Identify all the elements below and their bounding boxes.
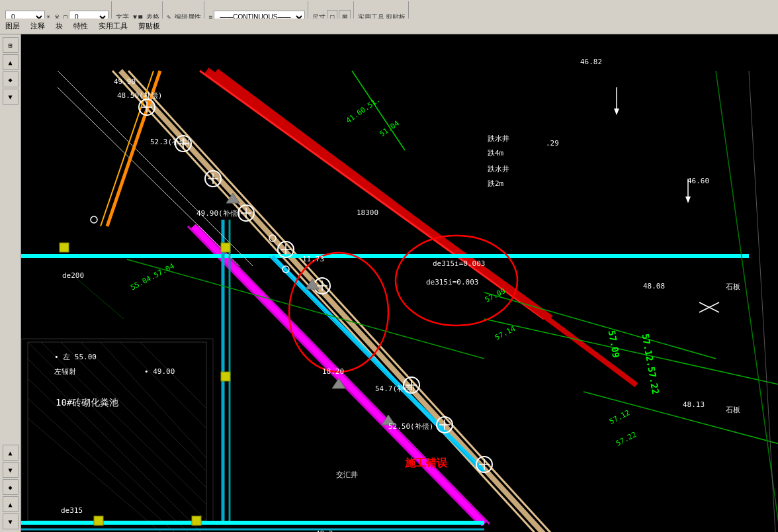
svg-line-9 — [81, 342, 206, 471]
cad-drawing — [21, 34, 778, 532]
svg-line-12 — [140, 342, 206, 408]
svg-line-6 — [28, 418, 167, 532]
svg-line-87 — [77, 279, 124, 319]
svg-rect-41 — [221, 372, 230, 381]
svg-line-13 — [120, 71, 544, 532]
subtoolbar-annotation[interactable]: 注释 — [28, 21, 48, 31]
left-panel: ⊞ ▲ ◆ ▼ ▲ ▼ ◆ ▲ ▼ — [0, 34, 21, 532]
svg-line-14 — [128, 71, 552, 532]
subtoolbar-block[interactable]: 块 — [53, 21, 65, 31]
left-btn-up[interactable]: ▲ — [3, 54, 19, 70]
svg-line-4 — [28, 378, 193, 532]
subtoolbar-layer[interactable]: 图层 — [3, 21, 22, 31]
svg-rect-42 — [94, 516, 103, 525]
svg-line-31 — [484, 292, 716, 359]
left-btn-bottom2[interactable]: ▼ — [3, 462, 19, 478]
left-btn-down[interactable]: ▼ — [3, 89, 19, 105]
left-btn-bottom3[interactable]: ◆ — [3, 479, 19, 495]
svg-line-10 — [101, 342, 206, 458]
svg-line-2 — [28, 342, 206, 521]
svg-line-38 — [101, 71, 153, 226]
svg-line-18 — [216, 71, 636, 385]
subtoolbar: 图层 注释 块 特性 实用工具 剪贴板 — [0, 19, 778, 34]
svg-line-11 — [120, 342, 206, 428]
svg-line-20 — [188, 226, 479, 524]
svg-marker-85 — [685, 197, 691, 203]
svg-line-21 — [198, 226, 490, 524]
svg-line-29 — [352, 71, 405, 150]
cad-canvas[interactable]: 49.90 48.50(补偿) 46.82 41.60.51. 51.04 52… — [21, 34, 778, 532]
svg-rect-39 — [60, 243, 69, 252]
svg-line-36 — [58, 87, 239, 266]
svg-line-86 — [749, 71, 775, 532]
left-btn-bottom4[interactable]: ▲ — [3, 496, 19, 512]
svg-line-24 — [269, 256, 481, 471]
svg-rect-43 — [192, 516, 201, 525]
subtoolbar-property[interactable]: 特性 — [71, 21, 91, 31]
svg-line-19 — [193, 226, 484, 524]
svg-marker-83 — [614, 109, 619, 115]
left-btn-bottom1[interactable]: ▲ — [3, 445, 19, 461]
svg-line-33 — [584, 392, 778, 445]
subtoolbar-clipboard[interactable]: 剪贴板 — [136, 21, 163, 31]
svg-line-3 — [28, 359, 206, 532]
svg-line-7 — [41, 342, 206, 504]
svg-line-32 — [484, 319, 778, 385]
svg-line-8 — [61, 342, 206, 488]
subtoolbar-tool[interactable]: 实用工具 — [96, 21, 130, 31]
svg-line-34 — [716, 71, 778, 524]
left-btn-select[interactable]: ⊞ — [3, 37, 19, 53]
svg-point-71 — [91, 216, 97, 223]
left-btn-bottom5[interactable]: ▼ — [3, 513, 19, 529]
svg-rect-40 — [221, 243, 230, 252]
left-btn-mid[interactable]: ◆ — [3, 71, 19, 87]
svg-line-23 — [273, 256, 484, 471]
